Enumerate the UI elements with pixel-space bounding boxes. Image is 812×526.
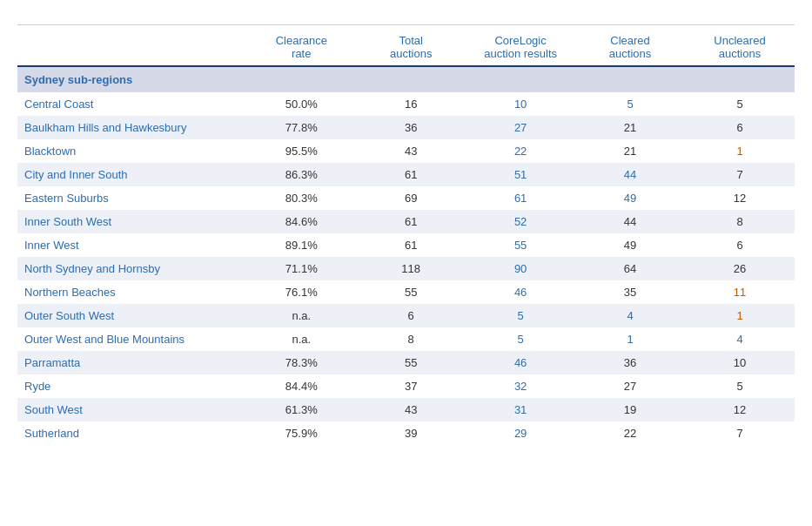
- corelogic-results-value: 32: [466, 374, 575, 398]
- clearance-rate-value: 50.0%: [246, 92, 356, 116]
- cleared-auctions-value: 21: [575, 116, 685, 139]
- clearance-rate-value: 86.3%: [246, 163, 356, 186]
- corelogic-results-value: 46: [466, 280, 575, 304]
- table-row: Outer West and Blue Mountainsn.a.8514: [17, 327, 795, 351]
- corelogic-results-value: 90: [466, 257, 575, 280]
- region-name: Outer South West: [17, 304, 246, 327]
- group-header-label: Sydney sub-regions: [17, 66, 795, 92]
- cleared-auctions-value: 64: [575, 257, 685, 280]
- total-auctions-value: 55: [356, 280, 466, 304]
- cleared-auctions-value: 49: [575, 186, 685, 210]
- uncleared-auctions-value: 4: [685, 327, 795, 351]
- uncleared-auctions-value: 6: [685, 116, 795, 139]
- clearance-rate-value: 84.6%: [246, 210, 356, 233]
- uncleared-auctions-value: 12: [685, 398, 795, 421]
- table-row: Parramatta78.3%55463610: [17, 351, 795, 374]
- region-name: Inner South West: [17, 210, 246, 233]
- region-name: Blacktown: [17, 139, 246, 163]
- total-auctions-value: 16: [356, 92, 466, 116]
- col-header-corelogic: CoreLogicauction results: [466, 25, 575, 66]
- region-name: City and Inner South: [17, 163, 246, 186]
- corelogic-results-value: 55: [466, 233, 575, 257]
- total-auctions-value: 61: [356, 163, 466, 186]
- clearance-rate-value: 78.3%: [246, 351, 356, 374]
- region-name: Northern Beaches: [17, 280, 246, 304]
- uncleared-auctions-value: 26: [685, 257, 795, 280]
- clearance-rate-value: 84.4%: [246, 374, 356, 398]
- page-container: Clearancerate Totalauctions CoreLogicauc…: [0, 0, 812, 459]
- total-auctions-value: 6: [356, 304, 466, 327]
- cleared-auctions-value: 44: [575, 210, 685, 233]
- clearance-rate-value: n.a.: [246, 327, 356, 351]
- cleared-auctions-value: 22: [575, 421, 685, 445]
- uncleared-auctions-value: 8: [685, 210, 795, 233]
- clearance-rate-value: 76.1%: [246, 280, 356, 304]
- region-name: Baulkham Hills and Hawkesbury: [17, 116, 246, 139]
- col-header-uncleared: Unclearedauctions: [685, 25, 795, 66]
- region-name: North Sydney and Hornsby: [17, 257, 246, 280]
- corelogic-results-value: 61: [466, 186, 575, 210]
- col-header-cleared: Clearedauctions: [575, 25, 685, 66]
- uncleared-auctions-value: 10: [685, 351, 795, 374]
- col-header-total-auctions: Totalauctions: [356, 25, 466, 66]
- group-header-row: Sydney sub-regions: [17, 66, 795, 92]
- cleared-auctions-value: 44: [575, 163, 685, 186]
- corelogic-results-value: 27: [466, 116, 575, 139]
- table-row: Eastern Suburbs80.3%69614912: [17, 186, 795, 210]
- uncleared-auctions-value: 7: [685, 163, 795, 186]
- total-auctions-value: 36: [356, 116, 466, 139]
- col-header-clearance-rate: Clearancerate: [246, 25, 356, 66]
- uncleared-auctions-value: 12: [685, 186, 795, 210]
- table-row: Inner South West84.6%6152448: [17, 210, 795, 233]
- region-name: Central Coast: [17, 92, 246, 116]
- uncleared-auctions-value: 1: [685, 139, 795, 163]
- clearance-rate-value: 71.1%: [246, 257, 356, 280]
- corelogic-results-value: 46: [466, 351, 575, 374]
- cleared-auctions-value: 35: [575, 280, 685, 304]
- cleared-auctions-value: 19: [575, 398, 685, 421]
- uncleared-auctions-value: 5: [685, 92, 795, 116]
- cleared-auctions-value: 36: [575, 351, 685, 374]
- cleared-auctions-value: 21: [575, 139, 685, 163]
- region-name: Sutherland: [17, 421, 246, 445]
- region-name: Parramatta: [17, 351, 246, 374]
- auction-stats-table: Clearancerate Totalauctions CoreLogicauc…: [17, 25, 795, 445]
- total-auctions-value: 43: [356, 139, 466, 163]
- cleared-auctions-value: 1: [575, 327, 685, 351]
- region-name: Outer West and Blue Mountains: [17, 327, 246, 351]
- table-row: Central Coast50.0%161055: [17, 92, 795, 116]
- table-row: Inner West89.1%6155496: [17, 233, 795, 257]
- corelogic-results-value: 52: [466, 210, 575, 233]
- corelogic-results-value: 5: [466, 304, 575, 327]
- uncleared-auctions-value: 7: [685, 421, 795, 445]
- total-auctions-value: 61: [356, 233, 466, 257]
- total-auctions-value: 69: [356, 186, 466, 210]
- total-auctions-value: 55: [356, 351, 466, 374]
- clearance-rate-value: 61.3%: [246, 398, 356, 421]
- total-auctions-value: 8: [356, 327, 466, 351]
- total-auctions-value: 37: [356, 374, 466, 398]
- total-auctions-value: 118: [356, 257, 466, 280]
- corelogic-results-value: 10: [466, 92, 575, 116]
- table-row: South West61.3%43311912: [17, 398, 795, 421]
- clearance-rate-value: 89.1%: [246, 233, 356, 257]
- cleared-auctions-value: 49: [575, 233, 685, 257]
- col-header-region: [17, 25, 246, 66]
- total-auctions-value: 61: [356, 210, 466, 233]
- cleared-auctions-value: 27: [575, 374, 685, 398]
- table-row: Northern Beaches76.1%55463511: [17, 280, 795, 304]
- uncleared-auctions-value: 11: [685, 280, 795, 304]
- clearance-rate-value: 77.8%: [246, 116, 356, 139]
- table-row: North Sydney and Hornsby71.1%118906426: [17, 257, 795, 280]
- corelogic-results-value: 31: [466, 398, 575, 421]
- corelogic-results-value: 5: [466, 327, 575, 351]
- table-row: Outer South Westn.a.6541: [17, 304, 795, 327]
- cleared-auctions-value: 5: [575, 92, 685, 116]
- region-name: Inner West: [17, 233, 246, 257]
- corelogic-results-value: 29: [466, 421, 575, 445]
- table-header-row: Clearancerate Totalauctions CoreLogicauc…: [17, 25, 795, 66]
- table-row: Baulkham Hills and Hawkesbury77.8%362721…: [17, 116, 795, 139]
- total-auctions-value: 43: [356, 398, 466, 421]
- region-name: Eastern Suburbs: [17, 186, 246, 210]
- total-auctions-value: 39: [356, 421, 466, 445]
